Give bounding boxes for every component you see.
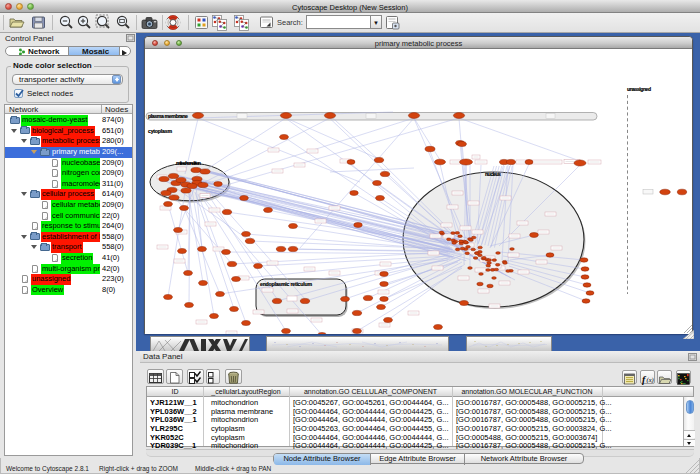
svg-text:cytoplasm: cytoplasm: [148, 128, 172, 134]
svg-text:unassigned: unassigned: [627, 86, 651, 92]
svg-text:nucleus: nucleus: [485, 171, 501, 177]
svg-text:plasma membrane: plasma membrane: [148, 113, 188, 119]
svg-text:mitochondrion: mitochondrion: [176, 160, 201, 166]
svg-text:endoplasmic reticulum: endoplasmic reticulum: [260, 281, 312, 287]
svg-text:(x): (x): [647, 376, 654, 384]
